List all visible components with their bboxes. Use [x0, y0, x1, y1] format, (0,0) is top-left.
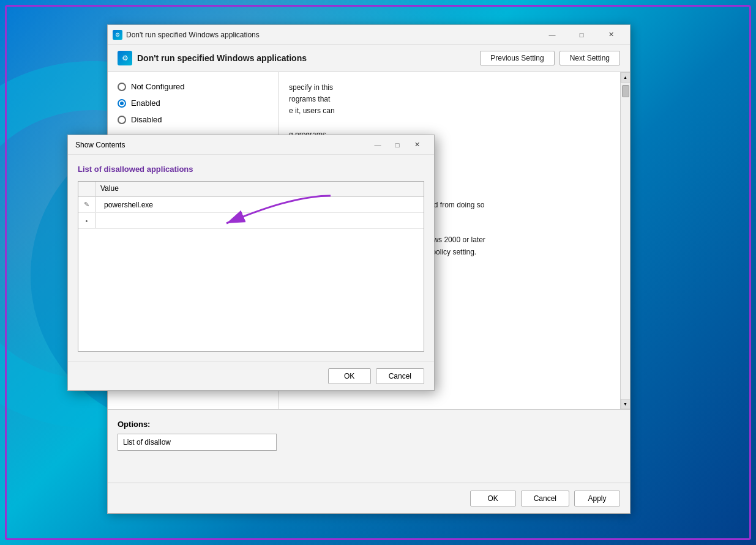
restore-button[interactable]: □: [567, 25, 596, 45]
dialog-close-button[interactable]: ✕: [407, 138, 427, 152]
table-icon-header-col: [78, 182, 95, 196]
apply-button[interactable]: Apply: [574, 491, 620, 506]
dialog-minimize-button[interactable]: —: [368, 138, 387, 152]
show-contents-dialog: Show Contents — □ ✕ List of disallowed a…: [67, 135, 435, 391]
title-bar-controls: — □ ✕: [538, 25, 625, 45]
options-label: Options:: [118, 420, 620, 429]
bottom-bar: OK Cancel Apply: [108, 483, 630, 513]
table-row-2[interactable]: •: [78, 213, 424, 229]
table-row-1-value[interactable]: [95, 198, 424, 212]
radio-circle-not-configured: [118, 83, 126, 91]
disabled-label: Disabled: [131, 115, 162, 124]
dialog-title: Show Contents: [75, 141, 368, 149]
dialog-restore-button[interactable]: □: [387, 138, 407, 152]
window-icon: ⚙: [113, 30, 122, 40]
table-row-2-input[interactable]: [100, 215, 419, 226]
table-row-1-input[interactable]: [100, 199, 419, 210]
list-disallow-label: List of disallow: [123, 438, 171, 447]
scroll-thumb[interactable]: [622, 85, 629, 97]
table-value-header: Value: [95, 182, 424, 196]
dialog-title-bar: Show Contents — □ ✕: [68, 135, 434, 155]
header-left: ⚙ Don't run specified Windows applicatio…: [118, 51, 307, 65]
right-scrollbar[interactable]: ▲ ▼: [620, 72, 630, 409]
desc-line2: rograms that: [289, 95, 330, 103]
header-title: Don't run specified Windows applications: [137, 53, 307, 63]
minimize-button[interactable]: —: [538, 25, 566, 45]
desc-line3: e it, users can: [289, 106, 335, 115]
table-header: Value: [78, 182, 424, 197]
radio-enabled[interactable]: Enabled: [118, 98, 269, 108]
table-empty-area: [78, 229, 424, 351]
desc-line1: specify in this: [289, 83, 333, 92]
radio-disabled[interactable]: Disabled: [118, 115, 269, 124]
previous-setting-button[interactable]: Previous Setting: [480, 51, 554, 65]
header-icon: ⚙: [118, 51, 132, 65]
window-header: ⚙ Don't run specified Windows applicatio…: [108, 45, 630, 72]
list-disallow-row[interactable]: List of disallow: [118, 434, 277, 451]
dialog-content: List of disallowed applications Value ✎ …: [68, 155, 434, 361]
radio-circle-enabled: [118, 99, 126, 108]
radio-not-configured[interactable]: Not Configured: [118, 82, 269, 91]
header-buttons: Previous Setting Next Setting: [480, 51, 620, 65]
window-title: Don't run specified Windows applications: [126, 31, 538, 39]
table-row-1[interactable]: ✎: [78, 197, 424, 213]
enabled-label: Enabled: [131, 98, 160, 108]
applications-table: Value ✎ •: [78, 181, 424, 352]
scroll-up-arrow[interactable]: ▲: [621, 72, 631, 83]
table-row-2-icon: •: [78, 213, 95, 228]
scroll-down-arrow[interactable]: ▼: [621, 399, 631, 409]
next-setting-button[interactable]: Next Setting: [560, 51, 620, 65]
table-row-2-value[interactable]: [95, 213, 424, 228]
radio-circle-disabled: [118, 116, 126, 124]
dialog-cancel-button[interactable]: Cancel: [376, 368, 424, 384]
table-row-1-icon: ✎: [78, 197, 95, 212]
dialog-subtitle: List of disallowed applications: [78, 165, 424, 174]
options-section: Options: List of disallow: [108, 409, 630, 483]
dialog-ok-button[interactable]: OK: [328, 368, 371, 384]
cancel-button[interactable]: Cancel: [521, 491, 569, 506]
dialog-footer: OK Cancel: [68, 361, 434, 390]
not-configured-label: Not Configured: [131, 82, 184, 91]
ok-button[interactable]: OK: [470, 491, 516, 506]
close-button[interactable]: ✕: [597, 25, 625, 45]
title-bar: ⚙ Don't run specified Windows applicatio…: [108, 25, 630, 45]
